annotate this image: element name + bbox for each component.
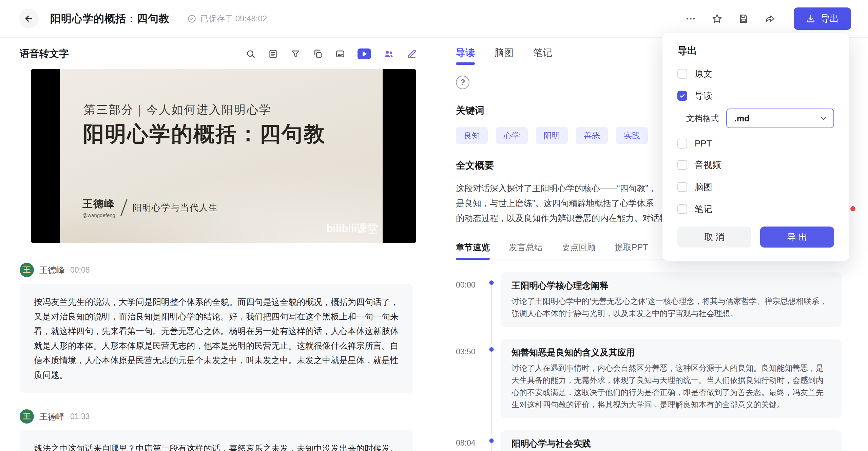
help-icon[interactable]: ? bbox=[456, 76, 469, 89]
transcript-timestamp[interactable]: 00:08 bbox=[70, 266, 90, 275]
export-option-label: 笔记 bbox=[695, 203, 712, 215]
export-option-label: 音视频 bbox=[695, 159, 721, 171]
video-slide: 第三部分｜今人如何进入阳明心学 阳明心学的概括：四句教 王德峰 @wangdef… bbox=[60, 69, 383, 243]
timeline-dot bbox=[489, 438, 494, 443]
copy-icon[interactable] bbox=[313, 49, 323, 59]
slide-subtitle: 第三部分｜今人如何进入阳明心学 bbox=[84, 102, 272, 118]
timeline-rail bbox=[482, 272, 501, 327]
keyword-tag[interactable]: 实践 bbox=[616, 127, 648, 144]
checkbox-checked-icon[interactable] bbox=[677, 91, 687, 101]
export-option-guide[interactable]: 导读 bbox=[677, 90, 834, 102]
bilibili-watermark: bilibili课堂 bbox=[326, 221, 378, 236]
tab-key-points[interactable]: 要点回顾 bbox=[562, 242, 596, 259]
checkbox-unchecked-icon[interactable] bbox=[677, 204, 687, 214]
chapter-title: 阳明心学与社会实践 bbox=[512, 438, 831, 450]
format-row: 文档格式 .md bbox=[686, 109, 834, 128]
format-dropdown[interactable]: .md bbox=[726, 109, 834, 128]
export-option-media[interactable]: 音视频 bbox=[677, 159, 834, 171]
transcript-timestamp[interactable]: 01:33 bbox=[70, 412, 90, 421]
play-triangle bbox=[363, 51, 367, 57]
format-label: 文档格式 bbox=[686, 113, 719, 124]
speaker-identity: 王德峰 @wangdefeng bbox=[82, 197, 115, 218]
page-title: 阳明心学的概括：四句教 bbox=[50, 12, 170, 26]
transcript-panel-header: 语音转文字 bbox=[20, 47, 431, 61]
chapter-title: 王阳明心学核心理念阐释 bbox=[512, 280, 831, 292]
checkbox-unchecked-icon[interactable] bbox=[677, 69, 687, 79]
speaker-handle: @wangdefeng bbox=[82, 212, 115, 218]
checkbox-unchecked-icon[interactable] bbox=[677, 182, 687, 192]
export-button-label: 导出 bbox=[821, 13, 839, 25]
search-icon[interactable] bbox=[246, 49, 256, 59]
video-pillarbox-left bbox=[31, 69, 60, 243]
transcript-entry: 王 王德峰 00:08 按冯友兰先生的说法，大学问是阳明整个体系的全貌。而四句是… bbox=[20, 263, 413, 393]
export-option-ppt[interactable]: PPT bbox=[677, 138, 834, 149]
keyword-tag[interactable]: 阳明 bbox=[536, 127, 568, 144]
filter-icon[interactable] bbox=[290, 49, 301, 59]
export-option-label: PPT bbox=[695, 138, 712, 149]
chapter-card[interactable]: 知善知恶是良知的含义及其应用 讨论了人在遇到事情时，内心会自然区分善恶，这种区分… bbox=[501, 339, 842, 418]
notification-dot bbox=[850, 206, 855, 211]
chapter-time[interactable]: 00:00 bbox=[456, 272, 482, 327]
timeline-rail bbox=[482, 430, 501, 451]
export-option-label: 原文 bbox=[695, 68, 712, 80]
timeline-rail bbox=[482, 339, 501, 418]
checkbox-unchecked-icon[interactable] bbox=[677, 139, 687, 149]
transcript-entry-header: 王 王德峰 00:08 bbox=[20, 263, 413, 277]
subtitle-icon[interactable] bbox=[335, 49, 345, 59]
export-option-notes[interactable]: 笔记 bbox=[677, 203, 834, 215]
keyword-tag[interactable]: 善恶 bbox=[576, 127, 608, 144]
timeline-dot bbox=[489, 347, 494, 352]
avatar: 王 bbox=[20, 409, 34, 424]
export-option-original[interactable]: 原文 bbox=[677, 68, 834, 80]
chapter-card[interactable]: 阳明心学与社会实践 讨论强调阳明心学中'与世上磨练'的重要性，不在于磨练做事的能… bbox=[501, 430, 842, 451]
slide-speaker-block: 王德峰 @wangdefeng 阳明心学与当代人生 bbox=[82, 197, 218, 218]
cancel-button[interactable]: 取 消 bbox=[677, 227, 751, 248]
header-actions: 导出 bbox=[685, 7, 851, 30]
export-option-label: 脑图 bbox=[695, 181, 712, 193]
export-modal-title: 导出 bbox=[677, 44, 834, 58]
back-button[interactable] bbox=[19, 9, 39, 28]
tab-chapter-overview[interactable]: 章节速览 bbox=[456, 242, 490, 259]
chapter-title: 知善知恶是良知的含义及其应用 bbox=[512, 347, 831, 358]
transcript-panel: 语音转文字 bbox=[0, 38, 431, 451]
timeline-dot bbox=[489, 280, 494, 285]
panel-title: 语音转文字 bbox=[20, 47, 69, 61]
chapter-card[interactable]: 王阳明心学核心理念阐释 讨论了王阳明心学中的‘无善无恶心之体’这一核心理念，将其… bbox=[501, 272, 842, 327]
speakers-icon[interactable] bbox=[383, 48, 394, 59]
chapter-time[interactable]: 08:04 bbox=[456, 430, 482, 451]
tab-notes[interactable]: 笔记 bbox=[533, 46, 552, 65]
article-icon[interactable] bbox=[268, 49, 278, 59]
tab-mindmap[interactable]: 脑图 bbox=[495, 46, 514, 65]
export-modal-buttons: 取 消 导 出 bbox=[677, 227, 834, 248]
star-icon[interactable] bbox=[712, 13, 722, 24]
confirm-export-button[interactable]: 导 出 bbox=[760, 227, 834, 248]
speaker-series: 阳明心学与当代人生 bbox=[133, 202, 218, 214]
export-modal: 导出 原文 导读 文档格式 .md PPT 音视频 脑图 笔记 取 bbox=[662, 32, 849, 261]
chapter-item: 03:50 知善知恶是良知的含义及其应用 讨论了人在遇到事情时，内心会自然区分善… bbox=[456, 339, 842, 418]
checkbox-unchecked-icon[interactable] bbox=[677, 160, 687, 170]
save-icon[interactable] bbox=[738, 13, 749, 24]
video-play-icon[interactable] bbox=[358, 48, 371, 59]
chapter-time[interactable]: 03:50 bbox=[456, 339, 482, 418]
video-player[interactable]: 第三部分｜今人如何进入阳明心学 阳明心学的概括：四句教 王德峰 @wangdef… bbox=[31, 69, 416, 243]
tab-speech-summary[interactable]: 发言总结 bbox=[509, 242, 543, 259]
speaker-name: 王德峰 bbox=[82, 197, 115, 211]
keyword-tag[interactable]: 良知 bbox=[456, 127, 488, 144]
chapter-desc: 讨论了人在遇到事情时，内心会自然区分善恶，这种区分源于人的良知。良知能知善恶，是… bbox=[512, 362, 831, 411]
chapter-item: 00:00 王阳明心学核心理念阐释 讨论了王阳明心学中的‘无善无恶心之体’这一核… bbox=[456, 272, 842, 327]
export-button[interactable]: 导出 bbox=[794, 7, 851, 30]
tab-guide[interactable]: 导读 bbox=[456, 46, 475, 65]
chapter-desc: 讨论了王阳明心学中的‘无善无恶心之体’这一核心理念，将其与儒家哲学、禅宗思想相联… bbox=[512, 295, 831, 319]
transcript-speaker: 王德峰 bbox=[39, 411, 65, 422]
transcript-text[interactable]: 魏法之中这句话来自哪里？中庸第一段有这样的话，喜怒哀乐之未发，未知中没发出来的时… bbox=[20, 430, 413, 451]
tab-extract-ppt[interactable]: 提取PPT bbox=[615, 242, 648, 259]
chapter-item: 08:04 阳明心学与社会实践 讨论强调阳明心学中'与世上磨练'的重要性，不在于… bbox=[456, 430, 842, 451]
keyword-tag[interactable]: 心学 bbox=[496, 127, 528, 144]
save-status: 已保存于 09:48:02 bbox=[187, 13, 267, 24]
share-icon[interactable] bbox=[765, 13, 775, 24]
transcript-text[interactable]: 按冯友兰先生的说法，大学问是阳明整个体系的全貌。而四句是这全貌的概况，概括为四句… bbox=[20, 284, 413, 393]
more-icon[interactable] bbox=[685, 13, 696, 24]
annotate-pen-icon[interactable] bbox=[406, 48, 417, 59]
download-icon bbox=[806, 14, 816, 24]
export-option-mindmap[interactable]: 脑图 bbox=[677, 181, 834, 193]
